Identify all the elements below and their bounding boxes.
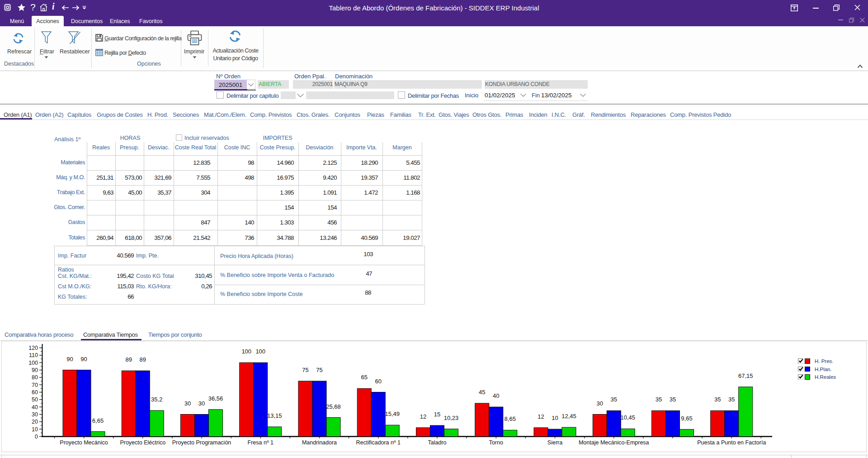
svg-text:Puesta a Punto en Factoría: Puesta a Punto en Factoría [697,439,766,446]
svg-text:90: 90 [32,367,38,373]
svg-text:35: 35 [670,396,676,403]
svg-text:40: 40 [32,404,38,410]
svg-text:0: 0 [35,434,38,440]
svg-text:8,65: 8,65 [505,415,516,422]
svg-text:50: 50 [32,396,38,403]
svg-text:36,56: 36,56 [208,395,223,402]
svg-text:12: 12 [420,413,426,420]
svg-text:65: 65 [361,374,368,381]
svg-text:Proyecto Programación: Proyecto Programación [172,439,231,446]
svg-text:35,2: 35,2 [151,396,162,403]
svg-text:120: 120 [28,345,38,351]
svg-text:15: 15 [434,411,440,418]
svg-text:75: 75 [302,367,308,373]
svg-text:25,68: 25,68 [326,403,341,410]
svg-text:12,45: 12,45 [561,413,576,420]
svg-text:80: 80 [32,374,38,381]
svg-text:Montaje Mecánico-Empresa: Montaje Mecánico-Empresa [579,439,649,446]
svg-text:15,49: 15,49 [385,410,400,417]
svg-text:75: 75 [316,367,322,373]
svg-text:45: 45 [479,389,485,396]
svg-text:110: 110 [29,352,38,358]
svg-text:10: 10 [32,426,38,433]
svg-text:30: 30 [32,411,38,418]
svg-text:9,65: 9,65 [681,415,692,422]
svg-text:35: 35 [611,396,617,403]
svg-text:60: 60 [375,378,382,385]
svg-text:67,15: 67,15 [738,372,753,379]
svg-text:6,65: 6,65 [92,417,104,424]
svg-text:60: 60 [32,389,38,396]
svg-text:90: 90 [80,356,87,363]
svg-text:Mandrinadora: Mandrinadora [302,439,337,446]
svg-text:100: 100 [28,360,38,366]
svg-text:Proyecto Eléctrico: Proyecto Eléctrico [120,439,165,446]
svg-text:89: 89 [126,356,132,363]
svg-text:12: 12 [538,413,544,420]
svg-text:Sierra: Sierra [547,439,562,446]
svg-text:30: 30 [597,400,603,407]
svg-text:30: 30 [198,400,205,407]
svg-text:35: 35 [728,396,735,403]
svg-text:35: 35 [714,396,721,403]
svg-text:Rectificadora nº 1: Rectificadora nº 1 [356,439,401,446]
svg-text:10: 10 [552,415,558,421]
svg-text:35: 35 [656,396,662,403]
svg-text:89: 89 [140,356,146,363]
svg-text:Fresa nº 1: Fresa nº 1 [248,439,274,446]
svg-text:Torno: Torno [489,439,503,446]
svg-text:20: 20 [32,419,38,425]
svg-text:10,45: 10,45 [620,414,635,421]
svg-text:10,23: 10,23 [444,415,459,421]
svg-text:70: 70 [32,382,38,388]
svg-text:40: 40 [493,392,499,399]
svg-text:30: 30 [184,400,191,407]
svg-text:Proyecto Mecánico: Proyecto Mecánico [60,439,108,446]
svg-text:90: 90 [66,356,73,363]
svg-text:13,15: 13,15 [267,412,282,419]
svg-text:100: 100 [255,348,265,355]
svg-text:100: 100 [241,348,251,355]
svg-text:Taladro: Taladro [428,439,447,446]
